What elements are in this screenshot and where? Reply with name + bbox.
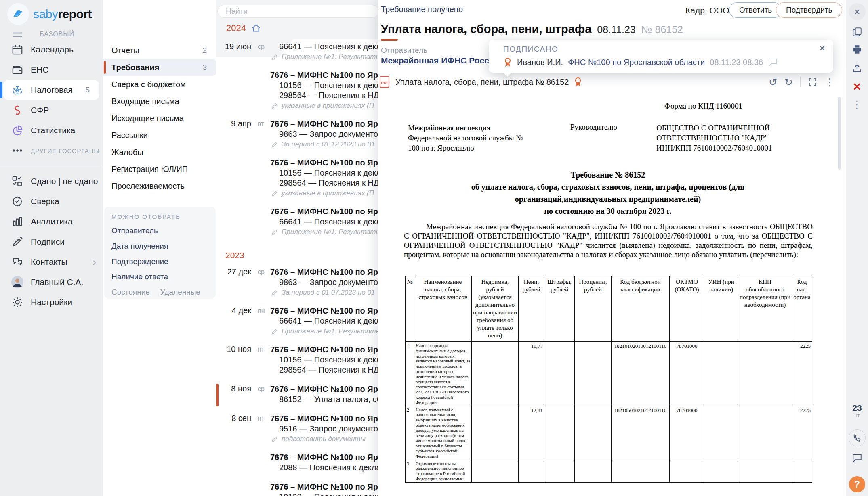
nav-item-8[interactable]: Прослеживаемость bbox=[103, 178, 216, 195]
phone-icon[interactable] bbox=[849, 429, 866, 446]
item-day-of-week: пн bbox=[258, 307, 265, 314]
form-code: Форма по КНД 1160001 bbox=[664, 102, 742, 111]
list-item[interactable]: 8 сенпт7676 – МИФНС №100 по Яр9516 — Зап… bbox=[216, 413, 378, 452]
delete-icon[interactable]: ✕ bbox=[853, 82, 862, 92]
nav-item-4[interactable]: Исходящие письма bbox=[103, 110, 216, 127]
sidebar-item2-4[interactable]: Контакты› bbox=[0, 252, 103, 272]
sidebar-item2-2[interactable]: Аналитика bbox=[0, 211, 103, 232]
attachment-name[interactable]: Уплата налога, сбора, пени, штрафа № 861… bbox=[395, 77, 569, 87]
chat-icon[interactable] bbox=[852, 453, 862, 463]
document-scrollbar[interactable] bbox=[838, 97, 841, 170]
nav-item-3[interactable]: Входящие письма bbox=[103, 93, 216, 110]
signature-medal-icon[interactable] bbox=[574, 77, 582, 87]
nav-item-5[interactable]: Рассылки bbox=[103, 127, 216, 144]
sidebar-item2-0[interactable]: Сдано | не сдано bbox=[0, 171, 103, 191]
copy-icon[interactable] bbox=[852, 27, 862, 37]
nav-item-7[interactable]: Регистрация ЮЛ/ИП bbox=[103, 161, 216, 178]
list-item[interactable]: 9 апрвт7676 – МИФНС №100 по Яр9863 — Зап… bbox=[216, 119, 378, 157]
signer-person[interactable]: Иванов И.И. bbox=[517, 58, 563, 67]
doc-title: Требование № 86152об уплате налога, сбор… bbox=[404, 169, 812, 217]
sidebar-item-3[interactable]: СФР bbox=[0, 100, 103, 120]
comment-bubble-icon[interactable] bbox=[768, 58, 778, 67]
filter-link-0[interactable]: Отправитель bbox=[111, 226, 216, 235]
item-note-text: Приложение №1: Результать bbox=[282, 327, 378, 335]
sidebar-item2-5[interactable]: Главный С.А. bbox=[0, 272, 103, 292]
search-input[interactable] bbox=[217, 5, 378, 18]
help-icon[interactable]: ? bbox=[849, 476, 865, 492]
item-date: 4 дек bbox=[223, 306, 251, 315]
list-item[interactable]: 7676 – МИФНС №100 по Яр10138 — Пояснения… bbox=[216, 481, 378, 496]
rotate-right-icon[interactable]: ↻ bbox=[784, 77, 793, 87]
more-options-icon[interactable]: ⋮ bbox=[825, 77, 835, 87]
signer-org[interactable]: ФНС №100 по Ярославской области bbox=[568, 58, 705, 67]
sidebar-item-1[interactable]: ЕНС bbox=[0, 60, 103, 80]
table-cell bbox=[738, 406, 792, 460]
upload-icon[interactable] bbox=[852, 63, 862, 73]
list-item[interactable]: 19 июнср66641 — Пояснения к деклаПриложе… bbox=[216, 42, 378, 70]
sidebar-item-0[interactable]: Календарь bbox=[0, 40, 103, 60]
table-cell bbox=[738, 460, 792, 482]
calendar-day-widget[interactable]: 23 чт bbox=[852, 404, 862, 419]
sidebar-item-4[interactable]: Статистика bbox=[0, 120, 103, 140]
item-note-text: подготовить документы bbox=[282, 435, 366, 443]
table-cell: 2225 bbox=[792, 342, 812, 406]
close-panel-icon[interactable]: × bbox=[849, 3, 866, 20]
filter-deleted[interactable]: Удаленные bbox=[160, 288, 200, 297]
nav-item-2[interactable]: Сверка с бюджетом bbox=[103, 76, 216, 93]
close-icon[interactable]: × bbox=[819, 43, 825, 53]
app-sidebar: sabyreport БАЗОВЫЙ КалендарьЕНСНалоговая… bbox=[0, 0, 103, 496]
item-document-line: 298564 — Пояснения к НД bbox=[270, 178, 378, 188]
table-cell: 78701000 bbox=[670, 406, 704, 460]
table-header-9: КПП обособленного подразделения (при нео… bbox=[738, 276, 792, 342]
confirm-button[interactable]: Подтвердить bbox=[776, 2, 842, 18]
list-item[interactable]: 8 нояср7676 – МИФНС №100 по Яр86152 — Уп… bbox=[216, 384, 378, 413]
list-item[interactable]: 10 нояпт7676 – МИФНС №100 по Яр10156 — П… bbox=[216, 344, 378, 384]
item-note: За период с 01.07.2023 по 01 bbox=[270, 289, 378, 297]
item-note-text: указанные в приложениях (П bbox=[282, 102, 374, 110]
menu-icon[interactable] bbox=[11, 29, 23, 40]
sidebar-item-label: ЕНС bbox=[31, 65, 48, 75]
rotate-left-icon[interactable]: ↺ bbox=[769, 77, 777, 87]
fullscreen-icon[interactable] bbox=[808, 77, 818, 87]
filter-state[interactable]: Состояние bbox=[111, 288, 150, 297]
item-document-line: 298564 — Пояснения к НД bbox=[270, 365, 378, 375]
nav-item-1[interactable]: Требования3 bbox=[103, 59, 216, 76]
table-header-6: Код бюджетной классификации bbox=[612, 276, 670, 342]
page-title: Уплата налога, сбора, пени, штрафа bbox=[381, 23, 591, 36]
sidebar-item2-3[interactable]: Подписи bbox=[0, 232, 103, 252]
filter-link-2[interactable]: Подтверждение bbox=[111, 257, 216, 266]
contacts-icon bbox=[11, 256, 23, 268]
item-note-text: Приложение №1: Результать bbox=[282, 53, 378, 61]
reply-button[interactable]: Ответить bbox=[729, 2, 782, 18]
more-icon[interactable]: ⋮ bbox=[852, 99, 862, 110]
pencil-icon bbox=[271, 289, 278, 296]
filter-link-1[interactable]: Дата получения bbox=[111, 242, 216, 251]
list-item[interactable]: 7676 – МИФНС №100 по Яр10156 — Пояснения… bbox=[216, 157, 378, 206]
item-document-line: 298564 — Пояснения к НД bbox=[270, 90, 378, 100]
nav-item-0[interactable]: Отчеты2 bbox=[103, 42, 216, 59]
list-item[interactable]: 7676 – МИФНС №100 по Яр2088 — Пояснения … bbox=[216, 452, 378, 481]
filter-link-3[interactable]: Наличие ответа bbox=[111, 272, 216, 281]
print-icon[interactable] bbox=[852, 44, 862, 55]
table-header-4: Штрафы, рублей bbox=[544, 276, 575, 342]
list-item[interactable]: 7676 – МИФНС №100 по Яр66641 — Пояснения… bbox=[216, 206, 378, 245]
sidebar-item-5[interactable]: ДРУГИЕ ГОСОРГАНЫ bbox=[0, 140, 103, 161]
signature-medal-icon bbox=[503, 57, 512, 67]
pencil-icon bbox=[271, 435, 278, 443]
sidebar-item2-6[interactable]: Настройки bbox=[0, 292, 103, 312]
list-item[interactable]: 4 декпн7676 – МИФНС №100 по Яр66641 — По… bbox=[216, 306, 378, 344]
list-item[interactable]: 7676 – МИФНС №100 по Яр10156 — Пояснения… bbox=[216, 70, 378, 119]
item-note-text: Приложение №1: Результать bbox=[282, 228, 378, 236]
item-note: указанные в приложениях (П bbox=[270, 189, 378, 197]
app-logo[interactable]: sabyreport bbox=[7, 3, 92, 25]
list-item[interactable]: 27 декср7676 – МИФНС №100 по Яр9863 — За… bbox=[216, 267, 378, 306]
home-icon[interactable] bbox=[251, 23, 261, 33]
attachment-row[interactable]: PDF Уплата налога, сбора, пени, штрафа №… bbox=[379, 76, 582, 88]
pencil-icon bbox=[271, 102, 278, 109]
nav-item-6[interactable]: Жалобы bbox=[103, 144, 216, 161]
sidebar-item2-1[interactable]: Сверка bbox=[0, 191, 103, 211]
sidebar-item-2[interactable]: Налоговая5 bbox=[3, 80, 99, 100]
year-header-2023: 2023 bbox=[225, 251, 378, 260]
table-cell: 18210501021012100110 bbox=[612, 406, 670, 460]
item-document-line: 10156 — Пояснения к декла bbox=[270, 355, 378, 365]
